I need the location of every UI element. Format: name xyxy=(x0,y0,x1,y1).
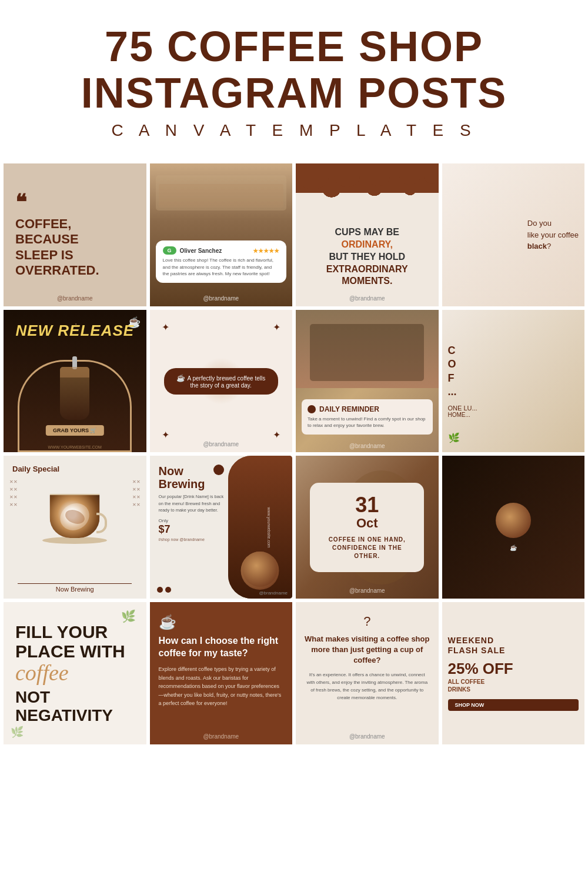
card-brewed-quote[interactable]: ✦ ✦ ✦ ✦ ☕ A perfectly brewed coffee tell… xyxy=(150,310,293,453)
svg-point-0 xyxy=(297,176,329,189)
template-grid: ❝ COFFEE,BECAUSESLEEP ISOVERRATED. @bran… xyxy=(0,158,588,750)
cup-dot-1 xyxy=(157,587,163,593)
card-daily-reminder[interactable]: DAILY REMINDER Take a moment to unwind! … xyxy=(296,310,439,453)
wf-pct: 25% OFF xyxy=(448,660,579,678)
leaf-top-icon: 🌿 xyxy=(121,609,136,623)
review-text: Love this coffee shop! The coffee is ric… xyxy=(163,257,280,277)
reviewer-pill: G xyxy=(163,246,176,255)
brandname: @brandname xyxy=(349,443,385,449)
quote-bubble: ☕ A perfectly brewed coffee tells the st… xyxy=(164,368,278,395)
wm-question: What makes visiting a coffee shop more t… xyxy=(305,634,430,666)
wm-text: It's an experience. It offers a chance t… xyxy=(305,671,430,701)
svg-point-4 xyxy=(424,176,438,183)
nb-coffee-image xyxy=(228,456,292,599)
leaf-bottom-icon: 🌿 xyxy=(11,726,24,739)
nb-brandname: @brandname xyxy=(259,590,288,596)
nb-desc: Our popular [Drink Name] is back on the … xyxy=(159,493,228,513)
oct-text: COFFEE IN ONE HAND, CONFIDENCE IN THE OT… xyxy=(322,536,412,560)
brandname: @brandname xyxy=(203,733,239,740)
sparkle-tr-icon: ✦ xyxy=(273,322,280,333)
card-partial-right3[interactable]: ☕ xyxy=(442,456,585,599)
card-partial-right[interactable]: Do youlike your coffeeblack? xyxy=(442,163,585,306)
sparkle-br-icon: ✦ xyxy=(273,429,280,440)
dr-title: DAILY REMINDER xyxy=(308,405,427,413)
nb-title: NowBrewing xyxy=(159,465,205,490)
nb-price: $7 xyxy=(159,523,228,536)
nb-only: Only xyxy=(159,518,228,523)
review-bg-image xyxy=(150,163,293,306)
brandname: @brandname xyxy=(349,733,385,740)
cc-text: Explore different coffee types by trying… xyxy=(159,665,284,707)
page-title: 75 COFFEE SHOP INSTAGRAM POSTS xyxy=(35,24,553,116)
oct-num: 31 xyxy=(322,495,412,516)
nb-website: www.yourwebsite.com xyxy=(267,507,271,547)
nr-title: NEW RELEASE xyxy=(9,322,141,340)
svg-point-1 xyxy=(335,176,360,187)
cc-question: How can I choose the right coffee for my… xyxy=(159,635,284,660)
fyp-not-text: NOT NEGATIVITY xyxy=(15,689,135,725)
brandname: @brandname xyxy=(349,295,385,302)
cups-text: CUPS MAY BE ORDINARY, BUT THEY HOLD EXTR… xyxy=(326,226,408,288)
dr-box: DAILY REMINDER Take a moment to unwind! … xyxy=(302,399,433,435)
cup-dot-2 xyxy=(165,587,171,593)
nr-title-text: NEW RELEASE xyxy=(9,322,141,340)
brandname: @brandname xyxy=(203,295,239,302)
title-line2: INSTAGRAM POSTS xyxy=(81,69,507,116)
card-cups[interactable]: CUPS MAY BE ORDINARY, BUT THEY HOLD EXTR… xyxy=(296,163,439,306)
page-subtitle: C A N V A T E M P L A T E S xyxy=(35,121,553,140)
quote-text: A perfectly brewed coffee tells the stor… xyxy=(188,375,266,389)
fyp-coffee-text: coffee xyxy=(15,661,135,686)
bell-icon xyxy=(308,405,316,413)
nb-cups xyxy=(157,587,171,593)
nb-icon xyxy=(213,465,224,475)
grab-button[interactable]: GRAB YOURS 🛒 xyxy=(46,425,103,436)
brandname: @brandname xyxy=(349,587,385,594)
drip-top xyxy=(296,163,439,193)
card-new-release[interactable]: ☕ · NEW RELEASE GRAB YOURS 🛒 WWW.YOURWEB… xyxy=(4,310,146,453)
card-fill-your-place[interactable]: 🌿 FILL YOURPLACE WITH coffee NOT NEGATIV… xyxy=(4,602,146,745)
oct-month: Oct xyxy=(322,516,412,531)
card-now-brewing[interactable]: www.yourwebsite.com NowBrewing Our popul… xyxy=(150,456,293,599)
dr-text: Take a moment to unwind! Find a comfy sp… xyxy=(308,416,427,429)
oct-box: 31 Oct COFFEE IN ONE HAND, CONFIDENCE IN… xyxy=(310,483,424,572)
shop-now-button[interactable]: SHOP NOW xyxy=(448,699,579,711)
wf-title: WEEKENDFLASH SALE xyxy=(448,636,579,656)
question-icon: ? xyxy=(305,614,430,629)
brandname: @brandname xyxy=(57,295,93,302)
card-review[interactable]: G Oliver Sanchez ★★★★★ Love this coffee … xyxy=(150,163,293,306)
card-what-makes[interactable]: ? What makes visiting a coffee shop more… xyxy=(296,602,439,745)
nb-shop: #shop now @brandname xyxy=(159,537,228,542)
website-label: WWW.YOURWEBSITE.COM xyxy=(48,445,102,449)
card-coffee-quote[interactable]: ❝ COFFEE,BECAUSESLEEP ISOVERRATED. @bran… xyxy=(4,163,146,306)
sparkle-bl-icon: ✦ xyxy=(162,429,169,440)
stars: ★★★★★ xyxy=(253,248,279,254)
header: 75 COFFEE SHOP INSTAGRAM POSTS C A N V A… xyxy=(0,0,588,158)
card-weekend-flash[interactable]: WEEKENDFLASH SALE 25% OFF ALL COFFEEDRIN… xyxy=(442,602,585,745)
sparkle-tl-icon: ✦ xyxy=(162,322,169,333)
ds-bottom-text: Now Brewing xyxy=(18,583,132,593)
brandname: @brandname xyxy=(203,441,239,447)
ds-title: Daily Special xyxy=(12,465,138,473)
review-box: G Oliver Sanchez ★★★★★ Love this coffee … xyxy=(156,240,287,283)
quote-text: COFFEE,BECAUSESLEEP ISOVERRATED. xyxy=(15,216,135,279)
coffee-steam-icon: ☕ xyxy=(159,614,284,630)
cups-content: CUPS MAY BE ORDINARY, BUT THEY HOLD EXTR… xyxy=(296,205,439,306)
card-oct[interactable]: 31 Oct COFFEE IN ONE HAND, CONFIDENCE IN… xyxy=(296,456,439,599)
card-daily-special[interactable]: Daily Special ✕✕ ✕✕ ✕✕ ✕✕ ✕✕ ✕✕ ✕✕ ✕✕ xyxy=(4,456,146,599)
card-partial-right2[interactable]: COF... ONE LU... HOME... 🌿 xyxy=(442,310,585,453)
card-choose-coffee[interactable]: ☕ How can I choose the right coffee for … xyxy=(150,602,293,745)
fyp-fill-text: FILL YOURPLACE WITH xyxy=(15,622,135,661)
title-line1: 75 COFFEE SHOP xyxy=(105,23,483,70)
quote-mark-icon: ❝ xyxy=(15,192,135,213)
svg-point-2 xyxy=(367,176,390,186)
wf-desc: ALL COFFEEDRINKS xyxy=(448,678,579,693)
reviewer-name: G Oliver Sanchez ★★★★★ xyxy=(163,246,280,255)
svg-point-3 xyxy=(400,176,420,185)
